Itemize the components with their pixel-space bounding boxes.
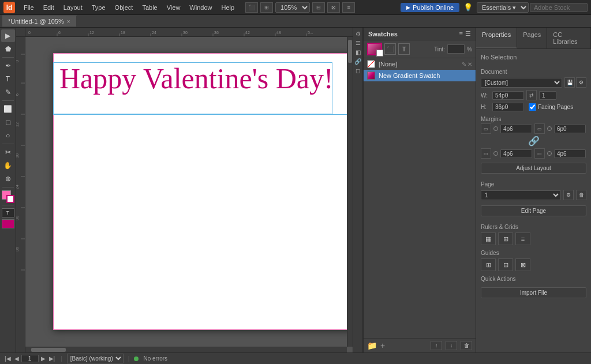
view-grid-icon[interactable]: ⊟ — [312, 2, 325, 13]
swatch-gradient-preview[interactable] — [367, 43, 382, 55]
swatch-delete-icon[interactable]: 🗑 — [461, 341, 472, 350]
rulers-icon[interactable]: ▦ — [481, 232, 496, 245]
text-frame[interactable]: Happy Valentine's Day! — [53, 62, 332, 114]
margin-bottom-icon[interactable]: ▭ — [481, 148, 491, 159]
page-select[interactable]: 1 — [481, 190, 561, 200]
tool-rectangle-frame[interactable]: ⬜ — [1, 103, 15, 115]
swatch-move-icon[interactable]: ↑ — [431, 341, 442, 350]
search-input[interactable] — [530, 3, 588, 12]
margin-bottom-input[interactable] — [500, 149, 532, 158]
adjust-layout-button[interactable]: Adjust Layout — [481, 163, 586, 174]
tool-pencil[interactable]: ✎ — [1, 86, 15, 99]
publish-online-button[interactable]: Publish Online — [401, 3, 459, 12]
view-rows-icon[interactable]: ≡ — [342, 2, 355, 13]
menu-type[interactable]: Type — [88, 3, 110, 12]
swatch-new-group-icon[interactable]: 📁 — [367, 341, 377, 350]
guides-icon-2[interactable]: ⊟ — [498, 258, 513, 271]
swatches-menu-icon[interactable]: ☰ — [465, 30, 471, 37]
panel-icon-stroke[interactable]: ◻ — [354, 66, 362, 74]
tab-close-button[interactable]: × — [67, 18, 70, 25]
document-settings-icon[interactable]: ⚙ — [576, 77, 586, 88]
panel-icon-layers[interactable]: ◧ — [354, 48, 362, 56]
canvas-scroll-area[interactable]: Happy Valentine's Day! — [25, 37, 353, 352]
margin-left-input[interactable] — [554, 149, 586, 158]
facing-pages-checkbox[interactable] — [529, 103, 536, 111]
normal-mode-icon[interactable] — [2, 219, 14, 228]
tool-direct-select[interactable]: ⬟ — [1, 43, 15, 55]
swatch-new-icon[interactable]: + — [380, 341, 385, 350]
fill-stroke-colors[interactable] — [2, 190, 14, 203]
tab-properties[interactable]: Properties — [476, 28, 517, 48]
margin-chain-icon[interactable]: 🔗 — [528, 136, 540, 147]
first-page-button[interactable]: |◀ — [3, 355, 12, 362]
document-tab[interactable]: *Untitled-1 @ 105% × — [2, 16, 77, 27]
next-page-button[interactable]: ▶ — [40, 355, 47, 362]
vertical-scrollbar-thumb[interactable] — [348, 40, 352, 63]
menu-table[interactable]: Table — [138, 3, 161, 12]
baseline-grid-icon[interactable]: ≡ — [515, 232, 530, 245]
horizontal-scrollbar[interactable] — [25, 347, 347, 352]
margin-top-stepper[interactable] — [493, 126, 498, 131]
tool-pen[interactable]: ✒ — [1, 59, 15, 72]
chain-input[interactable] — [539, 91, 556, 100]
swatch-none-edit-icon[interactable]: ✎ — [462, 61, 466, 67]
tool-rectangle[interactable]: ◻ — [1, 116, 15, 129]
tool-scissors[interactable]: ✂ — [1, 146, 15, 159]
stroke-color-box[interactable] — [6, 195, 14, 203]
tint-input[interactable] — [447, 44, 465, 54]
tab-pages[interactable]: Pages — [517, 28, 547, 48]
margin-right-icon[interactable]: ▭ — [534, 123, 545, 134]
menu-object[interactable]: Object — [111, 3, 137, 12]
grid-icon[interactable]: ⊞ — [498, 232, 513, 245]
menu-edit[interactable]: Edit — [39, 3, 58, 12]
tool-type[interactable]: T — [1, 73, 15, 85]
tool-select[interactable]: ▶ — [1, 29, 15, 42]
margin-left-icon[interactable]: ▭ — [534, 148, 545, 159]
edit-page-button[interactable]: Edit Page — [481, 205, 586, 216]
panel-icon-properties[interactable]: ⚙ — [354, 29, 362, 37]
swatch-none-delete-icon[interactable]: ✕ — [467, 61, 472, 67]
tool-zoom[interactable]: ⊕ — [1, 172, 15, 185]
workspace-select[interactable]: Essentials ▾ — [477, 2, 529, 13]
panel-icon-links[interactable]: 🔗 — [354, 57, 362, 65]
swatch-item-gradient[interactable]: New Gradient Swatch — [364, 70, 476, 81]
formatting-affects-container[interactable]: T — [2, 208, 14, 217]
page-number-input[interactable] — [21, 355, 39, 362]
save-preset-icon[interactable]: 💾 — [564, 77, 575, 88]
margin-top-input[interactable] — [500, 125, 532, 133]
margin-left-stepper[interactable] — [547, 151, 552, 156]
tool-ellipse[interactable]: ○ — [1, 129, 15, 142]
prev-page-button[interactable]: ◀ — [13, 355, 20, 362]
menu-window[interactable]: Window — [185, 3, 216, 12]
margin-top-icon[interactable]: ▭ — [481, 123, 491, 134]
swatch-move-down-icon[interactable]: ↓ — [446, 341, 457, 350]
vertical-scrollbar[interactable] — [347, 37, 353, 347]
zoom-select[interactable]: 105%100%75%50% — [275, 2, 310, 13]
swatch-item-none[interactable]: [None] ✎ ✕ — [364, 58, 476, 70]
menu-layout[interactable]: Layout — [59, 3, 87, 12]
height-input[interactable] — [492, 103, 524, 111]
mode-icon-2[interactable]: ⊞ — [260, 2, 273, 13]
swap-dimensions-icon[interactable]: ⇄ — [526, 90, 537, 100]
mode-icon-1[interactable]: ⬛ — [245, 2, 258, 13]
guides-icon-3[interactable]: ⊠ — [515, 258, 530, 271]
guides-icon-1[interactable]: ⊞ — [481, 258, 496, 271]
menu-view[interactable]: View — [163, 3, 185, 12]
last-page-button[interactable]: ▶| — [48, 355, 57, 362]
menu-file[interactable]: File — [20, 3, 38, 12]
menu-help[interactable]: Help — [217, 3, 238, 12]
view-cols-icon[interactable]: ⊠ — [327, 2, 340, 13]
import-file-button[interactable]: Import File — [481, 287, 586, 298]
width-input[interactable] — [492, 91, 524, 100]
tab-cc-libraries[interactable]: CC Libraries — [547, 28, 591, 48]
page-settings-icon[interactable]: ⚙ — [563, 190, 574, 200]
margin-bottom-stepper[interactable] — [493, 151, 498, 156]
margin-right-input[interactable] — [554, 125, 586, 133]
style-select[interactable]: [Basic] (working) — [67, 354, 124, 363]
swatch-stroke-icon[interactable]: T — [398, 43, 410, 55]
swatch-fill-icon[interactable]: ⬛ — [384, 43, 396, 55]
document-preset-select[interactable]: [Custom] — [481, 78, 562, 88]
horizontal-scrollbar-thumb[interactable] — [31, 348, 66, 352]
lightbulb-icon[interactable]: 💡 — [461, 2, 476, 13]
panel-icon-pages[interactable]: ☰ — [354, 39, 362, 47]
